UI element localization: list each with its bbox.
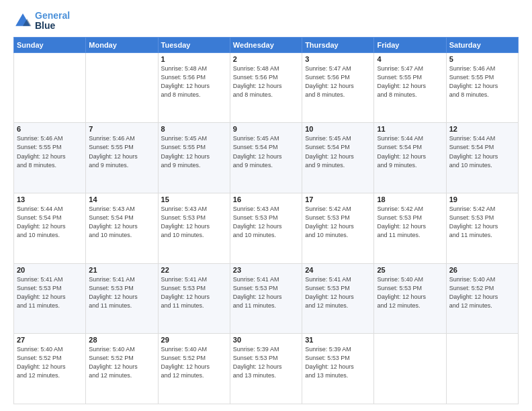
calendar-cell: 31Sunrise: 5:39 AM Sunset: 5:53 PM Dayli… [302,334,374,404]
week-row-2: 13Sunrise: 5:44 AM Sunset: 5:54 PM Dayli… [14,193,519,264]
day-number: 12 [449,125,515,133]
day-info: Sunrise: 5:48 AM Sunset: 5:56 PM Dayligh… [161,64,227,99]
day-info: Sunrise: 5:40 AM Sunset: 5:52 PM Dayligh… [449,275,515,310]
day-number: 6 [17,125,83,133]
day-number: 13 [17,195,83,203]
day-number: 30 [233,336,299,344]
day-info: Sunrise: 5:41 AM Sunset: 5:53 PM Dayligh… [161,275,227,310]
calendar-cell: 25Sunrise: 5:40 AM Sunset: 5:53 PM Dayli… [374,263,446,334]
calendar-cell: 9Sunrise: 5:45 AM Sunset: 5:54 PM Daylig… [230,123,302,193]
day-number: 14 [89,195,154,203]
calendar-cell: 20Sunrise: 5:41 AM Sunset: 5:53 PM Dayli… [14,263,86,334]
week-row-4: 27Sunrise: 5:40 AM Sunset: 5:52 PM Dayli… [14,334,519,404]
day-info: Sunrise: 5:40 AM Sunset: 5:52 PM Dayligh… [17,345,83,380]
calendar-cell: 28Sunrise: 5:40 AM Sunset: 5:52 PM Dayli… [86,334,158,404]
day-number: 4 [377,55,443,63]
day-info: Sunrise: 5:42 AM Sunset: 5:53 PM Dayligh… [377,205,443,240]
header: General Blue [13,11,519,32]
col-header-saturday: Saturday [446,37,518,52]
calendar-cell [446,334,518,404]
calendar-cell: 2Sunrise: 5:48 AM Sunset: 5:56 PM Daylig… [230,52,302,123]
calendar-cell: 10Sunrise: 5:45 AM Sunset: 5:54 PM Dayli… [302,123,374,193]
calendar-cell: 15Sunrise: 5:43 AM Sunset: 5:53 PM Dayli… [158,193,230,264]
day-info: Sunrise: 5:47 AM Sunset: 5:56 PM Dayligh… [305,64,371,99]
day-info: Sunrise: 5:41 AM Sunset: 5:53 PM Dayligh… [305,275,371,310]
day-number: 15 [161,195,227,203]
day-number: 28 [89,336,154,344]
col-header-sunday: Sunday [14,37,86,52]
day-info: Sunrise: 5:44 AM Sunset: 5:54 PM Dayligh… [449,134,515,169]
col-header-wednesday: Wednesday [230,37,302,52]
calendar-cell: 22Sunrise: 5:41 AM Sunset: 5:53 PM Dayli… [158,263,230,334]
day-number: 9 [233,125,299,133]
calendar-cell: 19Sunrise: 5:42 AM Sunset: 5:53 PM Dayli… [446,193,518,264]
day-info: Sunrise: 5:41 AM Sunset: 5:53 PM Dayligh… [89,275,154,310]
day-number: 19 [449,195,515,203]
day-info: Sunrise: 5:40 AM Sunset: 5:52 PM Dayligh… [161,345,227,380]
calendar-cell: 8Sunrise: 5:45 AM Sunset: 5:55 PM Daylig… [158,123,230,193]
calendar-cell: 3Sunrise: 5:47 AM Sunset: 5:56 PM Daylig… [302,52,374,123]
calendar-cell: 30Sunrise: 5:39 AM Sunset: 5:53 PM Dayli… [230,334,302,404]
calendar-cell: 6Sunrise: 5:46 AM Sunset: 5:55 PM Daylig… [14,123,86,193]
day-info: Sunrise: 5:45 AM Sunset: 5:54 PM Dayligh… [305,134,371,169]
day-info: Sunrise: 5:44 AM Sunset: 5:54 PM Dayligh… [377,134,443,169]
day-info: Sunrise: 5:42 AM Sunset: 5:53 PM Dayligh… [449,205,515,240]
day-info: Sunrise: 5:43 AM Sunset: 5:53 PM Dayligh… [161,205,227,240]
day-number: 7 [89,125,154,133]
week-row-3: 20Sunrise: 5:41 AM Sunset: 5:53 PM Dayli… [14,263,519,334]
day-number: 11 [377,125,443,133]
day-number: 8 [161,125,227,133]
day-info: Sunrise: 5:44 AM Sunset: 5:54 PM Dayligh… [17,205,83,240]
day-info: Sunrise: 5:39 AM Sunset: 5:53 PM Dayligh… [233,345,299,380]
calendar-cell: 21Sunrise: 5:41 AM Sunset: 5:53 PM Dayli… [86,263,158,334]
calendar-cell: 1Sunrise: 5:48 AM Sunset: 5:56 PM Daylig… [158,52,230,123]
day-info: Sunrise: 5:41 AM Sunset: 5:53 PM Dayligh… [17,275,83,310]
day-number: 25 [377,266,443,274]
day-number: 3 [305,55,371,63]
calendar-header-row: SundayMondayTuesdayWednesdayThursdayFrid… [14,37,519,52]
logo-icon [13,11,32,30]
calendar-cell [86,52,158,123]
day-number: 10 [305,125,371,133]
calendar-cell: 26Sunrise: 5:40 AM Sunset: 5:52 PM Dayli… [446,263,518,334]
calendar-table: SundayMondayTuesdayWednesdayThursdayFrid… [13,37,519,404]
calendar-cell: 4Sunrise: 5:47 AM Sunset: 5:55 PM Daylig… [374,52,446,123]
day-info: Sunrise: 5:43 AM Sunset: 5:53 PM Dayligh… [233,205,299,240]
day-info: Sunrise: 5:47 AM Sunset: 5:55 PM Dayligh… [377,64,443,99]
week-row-1: 6Sunrise: 5:46 AM Sunset: 5:55 PM Daylig… [14,123,519,193]
calendar-cell: 16Sunrise: 5:43 AM Sunset: 5:53 PM Dayli… [230,193,302,264]
day-info: Sunrise: 5:45 AM Sunset: 5:54 PM Dayligh… [233,134,299,169]
calendar-cell: 29Sunrise: 5:40 AM Sunset: 5:52 PM Dayli… [158,334,230,404]
day-info: Sunrise: 5:40 AM Sunset: 5:53 PM Dayligh… [377,275,443,310]
calendar-cell [14,52,86,123]
calendar-cell: 11Sunrise: 5:44 AM Sunset: 5:54 PM Dayli… [374,123,446,193]
day-info: Sunrise: 5:46 AM Sunset: 5:55 PM Dayligh… [89,134,154,169]
day-info: Sunrise: 5:45 AM Sunset: 5:55 PM Dayligh… [161,134,227,169]
calendar-cell: 5Sunrise: 5:46 AM Sunset: 5:55 PM Daylig… [446,52,518,123]
day-number: 23 [233,266,299,274]
day-number: 22 [161,266,227,274]
day-number: 5 [449,55,515,63]
calendar-cell: 23Sunrise: 5:41 AM Sunset: 5:53 PM Dayli… [230,263,302,334]
col-header-monday: Monday [86,37,158,52]
page: General Blue SundayMondayTuesdayWednesda… [0,0,532,411]
calendar-cell: 24Sunrise: 5:41 AM Sunset: 5:53 PM Dayli… [302,263,374,334]
calendar-cell: 12Sunrise: 5:44 AM Sunset: 5:54 PM Dayli… [446,123,518,193]
calendar-cell: 27Sunrise: 5:40 AM Sunset: 5:52 PM Dayli… [14,334,86,404]
day-number: 2 [233,55,299,63]
day-number: 17 [305,195,371,203]
day-info: Sunrise: 5:46 AM Sunset: 5:55 PM Dayligh… [449,64,515,99]
calendar-cell: 18Sunrise: 5:42 AM Sunset: 5:53 PM Dayli… [374,193,446,264]
day-number: 26 [449,266,515,274]
logo: General Blue [13,11,70,32]
col-header-thursday: Thursday [302,37,374,52]
calendar-cell: 7Sunrise: 5:46 AM Sunset: 5:55 PM Daylig… [86,123,158,193]
day-number: 16 [233,195,299,203]
day-number: 24 [305,266,371,274]
week-row-0: 1Sunrise: 5:48 AM Sunset: 5:56 PM Daylig… [14,52,519,123]
logo-text: General Blue [35,11,70,32]
calendar-cell: 13Sunrise: 5:44 AM Sunset: 5:54 PM Dayli… [14,193,86,264]
day-number: 27 [17,336,83,344]
col-header-friday: Friday [374,37,446,52]
day-info: Sunrise: 5:42 AM Sunset: 5:53 PM Dayligh… [305,205,371,240]
